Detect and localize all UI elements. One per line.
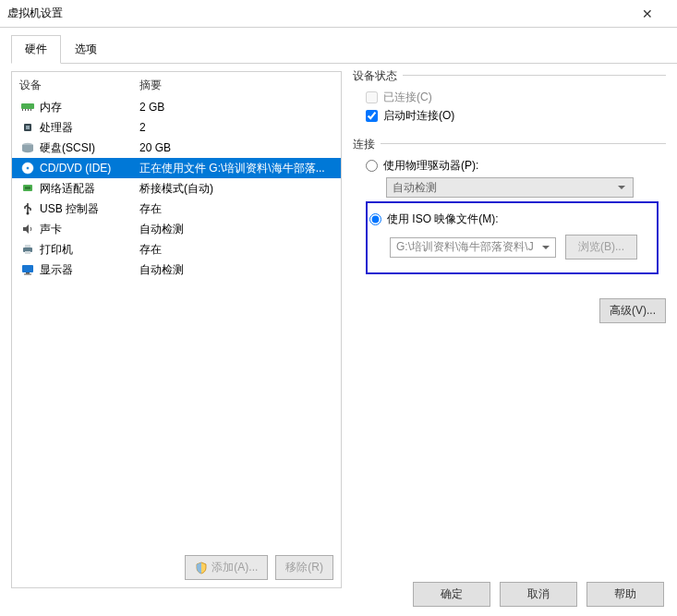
iso-highlight: 使用 ISO 映像文件(M): G:\培训资料\海牛部落资料\J 浏览(B)..… bbox=[366, 201, 659, 274]
svg-rect-3 bbox=[28, 109, 29, 111]
device-summary: 自动检测 bbox=[139, 222, 333, 237]
window-title: 虚拟机设置 bbox=[7, 6, 63, 21]
device-row[interactable]: 声卡自动检测 bbox=[12, 219, 341, 239]
svg-rect-14 bbox=[25, 245, 30, 248]
tabbar: 硬件 选项 bbox=[11, 35, 677, 64]
svg-rect-16 bbox=[22, 265, 33, 272]
sound-icon bbox=[19, 223, 36, 236]
device-name: 硬盘(SCSI) bbox=[36, 140, 139, 156]
display-icon bbox=[19, 263, 36, 276]
device-summary: 正在使用文件 G:\培训资料\海牛部落... bbox=[139, 161, 333, 176]
device-row[interactable]: 网络适配器桥接模式(自动) bbox=[12, 178, 341, 199]
device-name: 网络适配器 bbox=[36, 181, 139, 197]
device-row[interactable]: 内存2 GB bbox=[12, 97, 341, 117]
device-name: 声卡 bbox=[36, 222, 139, 237]
connect-on-start-label: 启动时连接(O) bbox=[383, 108, 454, 124]
svg-rect-18 bbox=[24, 274, 31, 275]
physical-drive-select[interactable]: 自动检测 bbox=[386, 177, 634, 198]
device-name: CD/DVD (IDE) bbox=[36, 162, 139, 175]
device-name: USB 控制器 bbox=[36, 201, 139, 217]
cpu-icon bbox=[19, 121, 36, 134]
shield-icon bbox=[195, 562, 208, 574]
device-row[interactable]: 硬盘(SCSI)20 GB bbox=[12, 138, 341, 158]
connect-on-start-input[interactable] bbox=[366, 110, 378, 122]
device-list-header: 设备 摘要 bbox=[12, 72, 341, 97]
device-summary: 存在 bbox=[139, 201, 333, 217]
device-summary: 2 GB bbox=[139, 101, 333, 114]
tab-hardware[interactable]: 硬件 bbox=[11, 35, 61, 64]
add-label: 添加(A)... bbox=[212, 560, 258, 575]
header-device: 设备 bbox=[19, 78, 139, 93]
svg-rect-17 bbox=[26, 272, 30, 274]
device-summary: 自动检测 bbox=[139, 262, 333, 278]
cancel-button[interactable]: 取消 bbox=[500, 582, 577, 607]
svg-point-9 bbox=[27, 167, 30, 170]
connected-input bbox=[366, 91, 378, 103]
connection-legend: 连接 bbox=[353, 137, 381, 152]
device-summary: 20 GB bbox=[139, 141, 333, 154]
disk-icon bbox=[19, 141, 36, 154]
iso-radio-input[interactable] bbox=[369, 213, 381, 225]
remove-device-button[interactable]: 移除(R) bbox=[275, 555, 333, 580]
add-device-button[interactable]: 添加(A)... bbox=[185, 555, 268, 580]
memory-icon bbox=[19, 102, 36, 113]
usb-icon bbox=[19, 202, 36, 215]
tab-options[interactable]: 选项 bbox=[61, 35, 111, 64]
browse-button[interactable]: 浏览(B)... bbox=[565, 235, 637, 260]
physical-label: 使用物理驱动器(P): bbox=[383, 158, 478, 174]
physical-drive-radio[interactable]: 使用物理驱动器(P): bbox=[366, 158, 659, 174]
iso-path-input[interactable]: G:\培训资料\海牛部落资料\J bbox=[390, 237, 556, 258]
physical-radio-input[interactable] bbox=[366, 160, 378, 172]
device-summary: 桥接模式(自动) bbox=[139, 181, 333, 197]
svg-rect-15 bbox=[25, 251, 30, 254]
device-row[interactable]: USB 控制器存在 bbox=[12, 199, 341, 219]
connect-on-start-checkbox[interactable]: 启动时连接(O) bbox=[366, 108, 659, 124]
svg-point-12 bbox=[27, 212, 30, 215]
ok-button[interactable]: 确定 bbox=[413, 582, 490, 607]
device-row[interactable]: 打印机存在 bbox=[12, 239, 341, 260]
printer-icon bbox=[19, 243, 36, 256]
device-list: 内存2 GB处理器2硬盘(SCSI)20 GBCD/DVD (IDE)正在使用文… bbox=[12, 97, 341, 280]
iso-radio[interactable]: 使用 ISO 映像文件(M): bbox=[369, 211, 649, 227]
header-summary: 摘要 bbox=[139, 78, 162, 93]
iso-path-value: G:\培训资料\海牛部落资料\J bbox=[396, 239, 534, 255]
dialog-buttons: 确定 取消 帮助 bbox=[413, 582, 664, 607]
device-summary: 2 bbox=[139, 121, 333, 134]
svg-rect-1 bbox=[22, 109, 23, 111]
device-row[interactable]: 显示器自动检测 bbox=[12, 260, 341, 280]
svg-rect-6 bbox=[26, 126, 30, 129]
device-name: 内存 bbox=[36, 100, 139, 115]
svg-rect-11 bbox=[25, 187, 30, 189]
cd-icon bbox=[19, 162, 36, 175]
connection-group: 连接 使用物理驱动器(P): 自动检测 使用 ISO 映像文件(M): bbox=[353, 143, 666, 293]
device-row[interactable]: CD/DVD (IDE)正在使用文件 G:\培训资料\海牛部落... bbox=[12, 158, 341, 178]
svg-rect-4 bbox=[30, 109, 31, 111]
connected-checkbox[interactable]: 已连接(C) bbox=[366, 90, 659, 105]
close-button[interactable]: ✕ bbox=[629, 0, 666, 28]
svg-rect-0 bbox=[21, 103, 34, 109]
iso-label: 使用 ISO 映像文件(M): bbox=[387, 211, 499, 227]
device-summary: 存在 bbox=[139, 242, 333, 258]
device-state-legend: 设备状态 bbox=[353, 68, 403, 84]
device-row[interactable]: 处理器2 bbox=[12, 117, 341, 138]
connected-label: 已连接(C) bbox=[383, 90, 432, 105]
device-name: 处理器 bbox=[36, 120, 139, 136]
physical-value: 自动检测 bbox=[393, 180, 437, 196]
svg-rect-2 bbox=[25, 109, 26, 111]
device-list-box: 设备 摘要 内存2 GB处理器2硬盘(SCSI)20 GBCD/DVD (IDE… bbox=[11, 71, 342, 588]
titlebar: 虚拟机设置 ✕ bbox=[0, 0, 677, 28]
advanced-button[interactable]: 高级(V)... bbox=[599, 298, 666, 323]
device-name: 打印机 bbox=[36, 242, 139, 258]
device-state-group: 设备状态 已连接(C) 启动时连接(O) bbox=[353, 75, 666, 138]
net-icon bbox=[19, 182, 36, 195]
help-button[interactable]: 帮助 bbox=[586, 582, 664, 607]
device-name: 显示器 bbox=[36, 262, 139, 278]
